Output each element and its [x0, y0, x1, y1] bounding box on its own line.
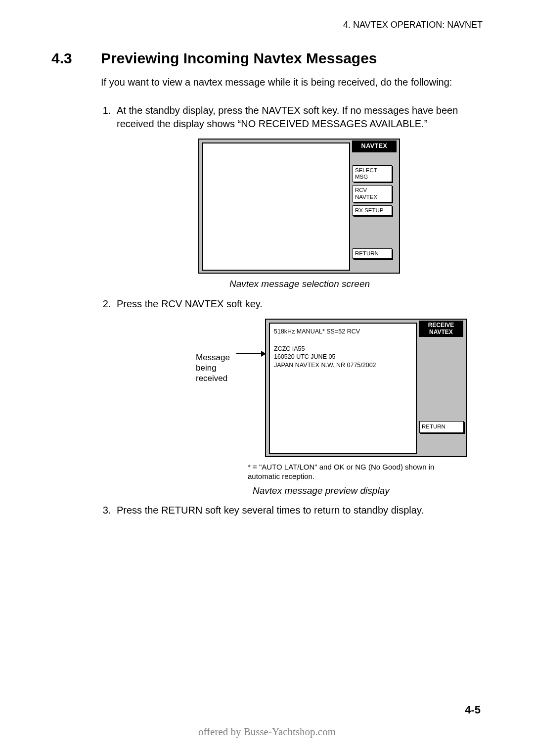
figure-1-caption: Navtex message selection screen — [198, 278, 401, 290]
section-heading: 4.3 Previewing Incoming Navtex Messages — [51, 50, 483, 67]
step-1: At the standby display, press the NAVTEX… — [114, 104, 483, 290]
figure-2-footnote: * = "AUTO LAT/LON" and OK or NG (No Good… — [248, 462, 455, 481]
sidebar-title-navtex: NAVTEX — [352, 141, 397, 152]
offered-by-footer: offered by Busse-Yachtshop.com — [0, 726, 534, 738]
preview-sidebar: RECEIVE NAVTEX RETURN — [419, 321, 463, 433]
document-page: 4. NAVTEX OPERATION: NAVNET 4.3 Previewi… — [0, 0, 534, 756]
preview-status-line: 518kHz MANUAL* SS=52 RCV — [274, 328, 412, 336]
selection-main-area — [202, 142, 350, 271]
softkey-return-preview[interactable]: RETURN — [419, 421, 464, 433]
preview-msg-line-3: JAPAN NAVTEX N.W. NR 0775/2002 — [274, 361, 412, 370]
section-number: 4.3 — [51, 50, 101, 67]
section-title: Previewing Incoming Navtex Messages — [101, 50, 377, 67]
intro-paragraph: If you want to view a navtex message whi… — [101, 76, 483, 89]
page-number: 4-5 — [465, 704, 481, 716]
running-header: 4. NAVTEX OPERATION: NAVNET — [51, 20, 483, 30]
figure-2-caption: Navtex message preview display — [253, 484, 483, 497]
step-2-text: Press the RCV NAVTEX soft key. — [117, 298, 263, 309]
navtex-preview-screen: 518kHz MANUAL* SS=52 RCV ZCZC IA55 16052… — [265, 319, 467, 457]
navtex-selection-screen: NAVTEX SELECT MSG RCV NAVTEX RX SETUP RE… — [198, 139, 400, 274]
callout-label: Message being received — [196, 352, 245, 384]
step-3-text: Press the RETURN soft key several times … — [117, 505, 424, 516]
softkey-select-msg[interactable]: SELECT MSG — [353, 165, 392, 182]
figure-2-block: Message being received 518kHz MANUAL* SS… — [117, 319, 483, 497]
softkey-return[interactable]: RETURN — [353, 248, 392, 259]
selection-sidebar: NAVTEX SELECT MSG RCV NAVTEX RX SETUP RE… — [352, 141, 397, 259]
preview-main-area: 518kHz MANUAL* SS=52 RCV ZCZC IA55 16052… — [269, 323, 417, 454]
step-2: Press the RCV NAVTEX soft key. Message b… — [114, 297, 483, 497]
callout-leader-line — [236, 353, 263, 354]
softkey-rcv-navtex[interactable]: RCV NAVTEX — [353, 185, 392, 202]
figure-1-block: NAVTEX SELECT MSG RCV NAVTEX RX SETUP RE… — [117, 139, 483, 290]
preview-msg-line-1: ZCZC IA55 — [274, 345, 412, 353]
instruction-list: At the standby display, press the NAVTEX… — [101, 104, 483, 517]
step-3: Press the RETURN soft key several times … — [114, 504, 483, 517]
preview-msg-line-2: 160520 UTC JUNE 05 — [274, 353, 412, 361]
softkey-rx-setup[interactable]: RX SETUP — [353, 205, 392, 216]
sidebar-title-receive-navtex: RECEIVE NAVTEX — [419, 321, 463, 337]
step-1-text: At the standby display, press the NAVTEX… — [117, 105, 458, 129]
